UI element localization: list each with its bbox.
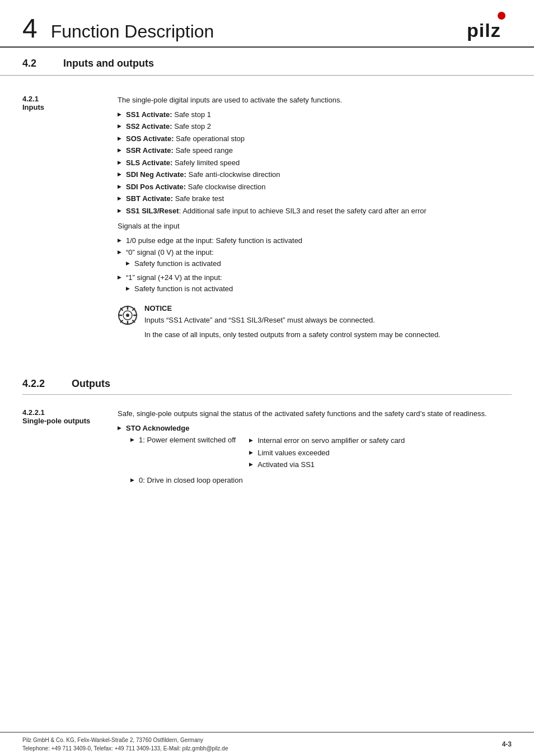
section-421-area: 4.2.1 Inputs The single-pole digital inp… — [0, 85, 534, 346]
list-item: Activated via SS1 — [249, 459, 405, 470]
section-42-number: 4.2 — [22, 58, 36, 69]
list-item: SSR Activate: Safe speed range — [118, 145, 512, 156]
list-item: SBT Activate: Safe brake test — [118, 193, 512, 204]
sto-sub-list: 1: Power element switched off Internal e… — [130, 435, 405, 486]
section-42-title: Inputs and outputs — [63, 58, 154, 69]
list-item: 1/0 pulse edge at the input: Safety func… — [118, 235, 512, 246]
header-chapter: 4 Function Description — [22, 15, 214, 42]
list-item: SS2 Activate: Safe stop 2 — [118, 121, 512, 132]
section-4221: 4.2.2.1 Single-pole outputs Safe, single… — [0, 395, 534, 492]
page-wrapper: 4 Function Description pilz 4.2 Inputs a… — [0, 0, 534, 756]
svg-point-4 — [126, 314, 129, 317]
outputs-intro: Safe, single-pole outputs signal the sta… — [118, 408, 512, 419]
section-422-header: 4.2.2 Outputs — [22, 378, 512, 395]
signals-list: 1/0 pulse edge at the input: Safety func… — [118, 235, 512, 297]
list-item: SLS Activate: Safely limited speed — [118, 157, 512, 169]
page-footer: Pilz GmbH & Co. KG, Felix-Wankel-Straße … — [0, 732, 534, 756]
subsection-421: 4.2.1 Inputs The single-pole digital inp… — [22, 85, 512, 346]
pilz-logo-icon: pilz — [467, 11, 512, 42]
signals-title: Signals at the input — [118, 221, 512, 232]
chapter-number: 4 — [22, 15, 38, 42]
section-422-title: Outputs — [72, 378, 110, 390]
list-item: “1” signal (+24 V) at the input: Safety … — [118, 272, 512, 296]
footer-line2: Telephone: +49 711 3409-0, Telefax: +49 … — [22, 744, 228, 753]
list-item: Limit values exceeded — [249, 447, 405, 459]
list-item: “0” signal (0 V) at the input: Safety fu… — [118, 247, 512, 271]
list-item: SDI Neg Activate: Safe anti-clockwise di… — [118, 169, 512, 180]
subsection-421-left: 4.2.1 Inputs — [22, 95, 112, 346]
notice-icon — [118, 305, 138, 325]
list-item: Safety function is activated — [126, 258, 221, 269]
list-item: 1: Power element switched off Internal e… — [130, 435, 405, 474]
list-item: SDI Pos Activate: Safe clockwise directi… — [118, 181, 512, 193]
subsection-4221-content: Safe, single-pole outputs signal the sta… — [112, 408, 512, 492]
list-item: SS1 SIL3/Reset: Additional safe input to… — [118, 206, 512, 217]
list-item: STO Acknowledge 1: Power element switche… — [118, 423, 512, 488]
footer-page: 4-3 — [502, 740, 512, 748]
footer-left: Pilz GmbH & Co. KG, Felix-Wankel-Straße … — [22, 736, 228, 753]
svg-text:pilz: pilz — [467, 20, 501, 41]
subsection-421-number: 4.2.1 — [22, 95, 112, 103]
sto-sub-sub-list: Internal error on servo amplifier or saf… — [249, 435, 405, 472]
output-list: STO Acknowledge 1: Power element switche… — [118, 423, 512, 488]
subsection-4221-title: Single-pole outputs — [22, 417, 112, 425]
page-header: 4 Function Description pilz — [0, 0, 534, 48]
list-item: 0: Drive in closed loop operation — [130, 475, 405, 486]
footer-line1: Pilz GmbH & Co. KG, Felix-Wankel-Straße … — [22, 736, 228, 744]
list-item: Internal error on servo amplifier or saf… — [249, 435, 405, 446]
notice-title: NOTICE — [144, 304, 512, 312]
section-422-number: 4.2.2 — [22, 378, 45, 390]
notice-text-2: In the case of all inputs, only tested o… — [144, 329, 512, 340]
chapter-title: Function Description — [51, 21, 214, 42]
notice-content: NOTICE Inputs “SS1 Activate” and “SS1 SI… — [144, 304, 512, 340]
section-422: 4.2.2 Outputs — [0, 368, 534, 395]
subsection-421-content: The single-pole digital inputs are used … — [112, 95, 512, 346]
input-list: SS1 Activate: Safe stop 1 SS2 Activate: … — [118, 109, 512, 217]
signal-sub-list-2: Safety function is not activated — [126, 283, 233, 295]
list-item: SS1 Activate: Safe stop 1 — [118, 109, 512, 120]
inputs-intro: The single-pole digital inputs are used … — [118, 95, 512, 106]
subsection-4221-number: 4.2.2.1 — [22, 408, 112, 417]
list-item: Safety function is not activated — [126, 283, 233, 295]
list-item: SOS Activate: Safe operational stop — [118, 133, 512, 144]
signal-sub-list: Safety function is activated — [126, 258, 221, 269]
section-42: 4.2 Inputs and outputs — [0, 48, 534, 76]
subsection-421-title: Inputs — [22, 103, 112, 111]
subsection-4221: 4.2.2.1 Single-pole outputs Safe, single… — [22, 403, 512, 492]
svg-point-0 — [498, 12, 505, 20]
subsection-4221-left: 4.2.2.1 Single-pole outputs — [22, 408, 112, 492]
notice-box: NOTICE Inputs “SS1 Activate” and “SS1 SI… — [118, 304, 512, 340]
notice-text-1: Inputs “SS1 Activate” and “SS1 SIL3/Rese… — [144, 315, 512, 326]
